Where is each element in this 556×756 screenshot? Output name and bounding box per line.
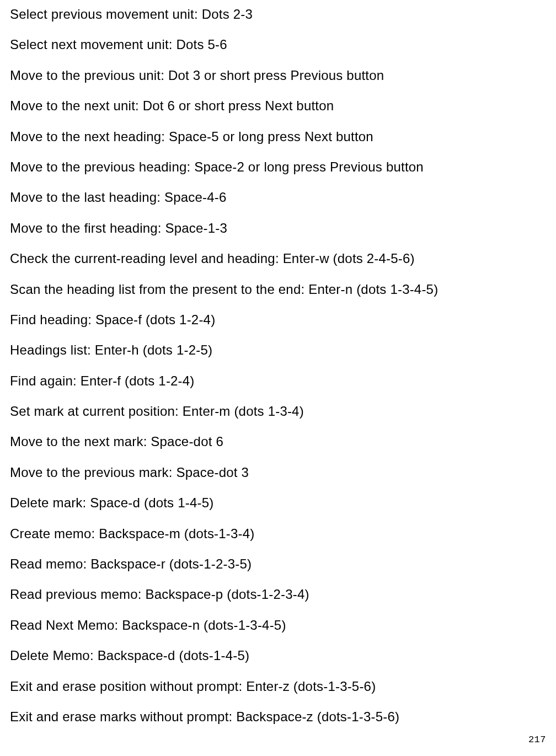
text-line: Delete mark: Space-d (dots 1-4-5) [10, 494, 556, 512]
text-line: Set mark at current position: Enter-m (d… [10, 403, 556, 420]
text-line: Move to the previous heading: Space-2 or… [10, 158, 556, 176]
text-line: Select previous movement unit: Dots 2-3 [10, 6, 556, 23]
text-line: Read previous memo: Backspace-p (dots-1-… [10, 586, 556, 603]
text-line: Headings list: Enter-h (dots 1-2-5) [10, 341, 556, 359]
text-line: Move to the last heading: Space-4-6 [10, 189, 556, 206]
text-line: Find again: Enter-f (dots 1-2-4) [10, 372, 556, 390]
text-line: Check the current-reading level and head… [10, 250, 556, 267]
text-line: Move to the previous mark: Space-dot 3 [10, 464, 556, 481]
page-number: 217 [528, 734, 546, 745]
text-line: Move to the next mark: Space-dot 6 [10, 433, 556, 451]
text-line: Find heading: Space-f (dots 1-2-4) [10, 311, 556, 329]
text-line: Select next movement unit: Dots 5-6 [10, 36, 556, 53]
text-line: Move to the next unit: Dot 6 or short pr… [10, 97, 556, 115]
text-line: Move to the first heading: Space-1-3 [10, 219, 556, 237]
text-line: Exit and erase marks without prompt: Bac… [10, 708, 556, 726]
text-line: Move to the previous unit: Dot 3 or shor… [10, 67, 556, 84]
text-line: Create memo: Backspace-m (dots-1-3-4) [10, 525, 556, 543]
text-line: Exit and erase position without prompt: … [10, 678, 556, 695]
document-content: Select previous movement unit: Dots 2-3 … [10, 6, 556, 726]
text-line: Scan the heading list from the present t… [10, 281, 556, 298]
text-line: Delete Memo: Backspace-d (dots-1-4-5) [10, 647, 556, 664]
text-line: Read memo: Backspace-r (dots-1-2-3-5) [10, 555, 556, 573]
text-line: Read Next Memo: Backspace-n (dots-1-3-4-… [10, 616, 556, 634]
text-line: Move to the next heading: Space-5 or lon… [10, 128, 556, 146]
